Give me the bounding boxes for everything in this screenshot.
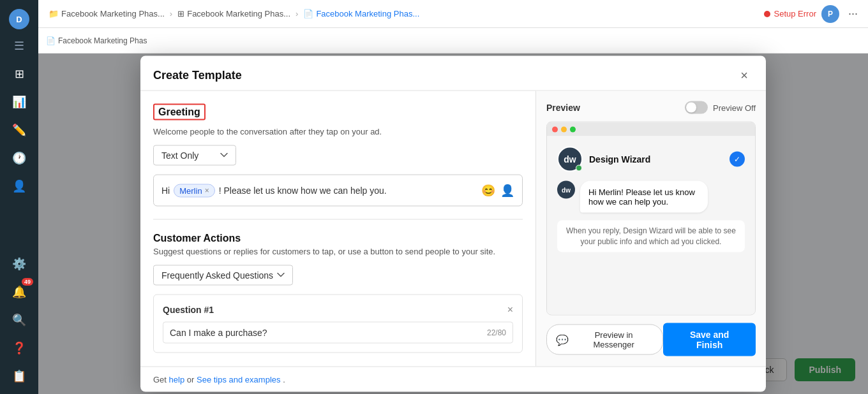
faq-chevron-icon	[277, 273, 285, 278]
save-finish-button[interactable]: Save and Finish	[663, 323, 756, 356]
folder2-icon: ⊞	[177, 9, 184, 18]
greeting-text-input[interactable]: Hi Merlin × ! Please let us know how we …	[153, 175, 523, 207]
second-bar-label[interactable]: Facebook Marketing Phas	[58, 36, 147, 45]
dropdown-chevron-icon	[220, 153, 228, 158]
sidebar-contacts-icon[interactable]: 👤	[8, 175, 31, 198]
preview-header: Preview Preview Off	[546, 101, 756, 114]
preview-messenger-label: Preview in Messenger	[574, 330, 654, 349]
breadcrumb-active-wrap: 📄 Facebook Marketing Phas...	[303, 9, 419, 18]
sidebar-history-icon[interactable]: 🕐	[8, 147, 31, 170]
sidebar-menu-icon[interactable]: ☰	[8, 34, 31, 57]
folder-icon: 📁	[49, 9, 59, 18]
question-char-count: 22/80	[487, 328, 506, 337]
top-bar: 📁 Facebook Marketing Phas... › ⊞ Faceboo…	[38, 0, 868, 28]
left-sidebar: D ☰ ⊞ 📊 ✏️ 🕐 👤 ⚙️ 🔔 49 🔍 ❓ 📋	[0, 0, 38, 394]
top-bar-user-avatar[interactable]: P	[821, 5, 839, 23]
chat-message-text: Hi Merlin! Please let us know how we can…	[588, 187, 695, 207]
sidebar-user-avatar[interactable]: D	[9, 9, 29, 29]
preview-toggle-switch[interactable]	[685, 101, 708, 114]
footer-prefix: Get	[153, 375, 167, 384]
bot-name: Design Wizard	[589, 154, 650, 164]
bot-avatar-wrap: dw	[557, 147, 583, 172]
messenger-content: dw Design Wizard ✓ dw	[547, 136, 755, 315]
modal-header: Create Template ×	[140, 56, 766, 91]
question-input-value: Can I make a purchase?	[170, 328, 267, 338]
messenger-preview: dw Design Wizard ✓ dw	[546, 122, 756, 316]
modal-body: Greeting Welcome people to the conversat…	[140, 91, 766, 367]
left-panel: Greeting Welcome people to the conversat…	[140, 91, 536, 367]
setup-error-dot	[764, 11, 770, 17]
breadcrumb-folder2[interactable]: Facebook Marketing Phas...	[187, 9, 290, 18]
top-bar-more-button[interactable]: ···	[848, 7, 858, 20]
preview-toggle[interactable]: Preview Off	[685, 101, 756, 114]
person-icon[interactable]: 👤	[500, 184, 514, 198]
info-text: When you reply, Design Wizard will be ab…	[557, 221, 745, 252]
question-input-field[interactable]: Can I make a purchase? 22/80	[163, 322, 513, 344]
customer-actions-title: Customer Actions	[153, 233, 523, 244]
faq-dropdown[interactable]: Frequently Asked Questions	[153, 265, 293, 286]
breadcrumb-active[interactable]: Facebook Marketing Phas...	[316, 9, 419, 18]
second-nav-bar: 📄 Facebook Marketing Phas	[38, 28, 868, 54]
messenger-icon: 💬	[556, 333, 569, 346]
bot-header: dw Design Wizard ✓	[557, 147, 745, 172]
sidebar-edit-icon[interactable]: ✏️	[8, 119, 31, 142]
sidebar-home-icon[interactable]: ⊞	[8, 62, 31, 85]
toggle-knob	[686, 103, 696, 113]
breadcrumb-folder-icon: 📁 Facebook Marketing Phas...	[49, 9, 165, 18]
window-dot-red	[552, 126, 558, 132]
tips-link[interactable]: See tips and examples	[197, 375, 281, 384]
merlin-tag: Merlin ×	[174, 184, 214, 197]
help-link[interactable]: help	[169, 375, 185, 384]
window-dot-yellow	[561, 126, 567, 132]
second-bar-item: 📄 Facebook Marketing Phas	[46, 36, 147, 45]
tag-value: Merlin	[179, 186, 202, 195]
app-background: D ☰ ⊞ 📊 ✏️ 🕐 👤 ⚙️ 🔔 49 🔍 ❓ 📋 📁 Facebook …	[0, 0, 868, 394]
breadcrumb-sep2: ›	[296, 9, 298, 18]
question-label: Question #1	[163, 305, 214, 315]
text-only-label: Text Only	[161, 150, 198, 161]
active-page-icon: 📄	[303, 9, 313, 18]
divider	[153, 219, 523, 220]
bottom-buttons: 💬 Preview in Messenger Save and Finish	[546, 316, 756, 356]
modal-title: Create Template	[153, 68, 242, 82]
modal-close-button[interactable]: ×	[735, 66, 753, 84]
tag-remove-icon[interactable]: ×	[205, 186, 209, 195]
chat-message-row: dw Hi Merlin! Please let us know how we …	[557, 181, 745, 221]
text-prefix: Hi	[161, 186, 170, 196]
chat-bot-avatar: dw	[557, 181, 575, 199]
bot-initials: dw	[564, 154, 576, 164]
window-dot-green	[570, 126, 576, 132]
faq-label: Frequently Asked Questions	[161, 270, 273, 281]
text-only-dropdown[interactable]: Text Only	[153, 145, 236, 166]
sidebar-search-icon[interactable]: 🔍	[8, 309, 31, 332]
second-bar-icon: 📄	[46, 36, 56, 45]
input-icons: 😊 👤	[481, 184, 514, 198]
emoji-icon[interactable]: 😊	[481, 184, 495, 198]
customer-actions-description: Suggest questions or replies for custome…	[153, 247, 523, 256]
greeting-description: Welcome people to the conversation after…	[153, 127, 523, 136]
sidebar-reports-icon[interactable]: 📋	[8, 365, 31, 388]
greeting-label: Greeting	[153, 104, 206, 120]
create-template-modal: Create Template × Greeting Welcome peopl…	[140, 56, 766, 392]
question-card-header: Question #1 ×	[163, 304, 513, 316]
breadcrumb-sep1: ›	[170, 9, 172, 18]
question-close-button[interactable]: ×	[507, 304, 513, 316]
sidebar-notifications-icon[interactable]: 🔔 49	[8, 281, 31, 303]
sidebar-settings-icon[interactable]: ⚙️	[8, 252, 31, 275]
setup-error-badge: Setup Error	[764, 9, 816, 18]
question-1-card: Question #1 × Can I make a purchase? 22/…	[153, 295, 523, 353]
sidebar-analytics-icon[interactable]: 📊	[8, 91, 31, 113]
text-suffix: ! Please let us know how we can help you…	[219, 186, 477, 196]
bot-online-indicator	[576, 165, 582, 171]
footer-suffix: .	[283, 375, 285, 384]
breadcrumb-folder2-wrap: ⊞ Facebook Marketing Phas...	[177, 9, 290, 18]
main-content: Back Publish Create Template × Greeting …	[38, 54, 868, 394]
sidebar-help-icon[interactable]: ❓	[8, 337, 31, 360]
preview-messenger-button[interactable]: 💬 Preview in Messenger	[546, 325, 663, 355]
right-panel: Preview Preview Off	[536, 91, 766, 367]
breadcrumb-folder1[interactable]: Facebook Marketing Phas...	[61, 9, 165, 18]
preview-title: Preview	[546, 103, 580, 113]
setup-error-text: Setup Error	[774, 9, 816, 18]
chat-bubble: Hi Merlin! Please let us know how we can…	[580, 181, 708, 213]
preview-toggle-label: Preview Off	[713, 103, 756, 112]
